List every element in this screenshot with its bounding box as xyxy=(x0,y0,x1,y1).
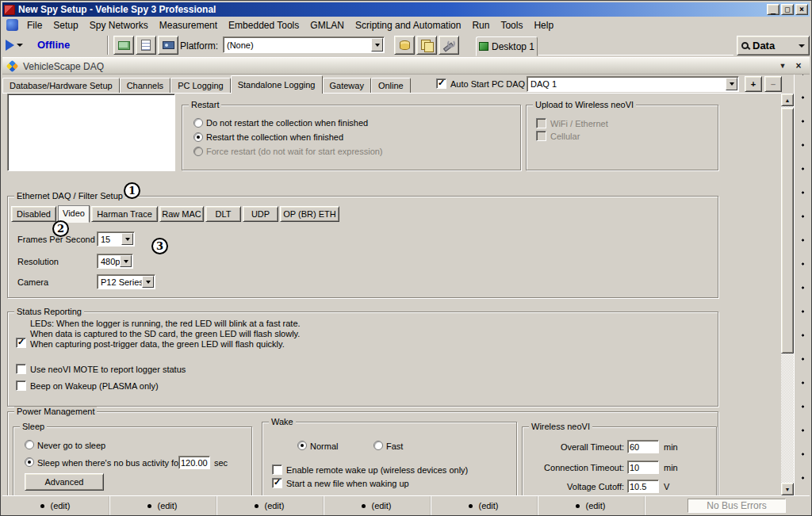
ethernet-tab-disabled[interactable]: Disabled xyxy=(11,206,56,222)
bus-slot-2[interactable]: (edit) xyxy=(109,496,216,515)
fps-select[interactable]: 15 xyxy=(97,231,135,247)
menu-run[interactable]: Run xyxy=(466,18,495,32)
logging-button[interactable] xyxy=(136,36,156,55)
tab-gateway[interactable]: Gateway xyxy=(323,78,371,93)
bus-slot-4[interactable]: (edit) xyxy=(324,496,431,515)
radio-no-restart[interactable] xyxy=(193,118,203,128)
title-bar[interactable]: New Spy Setup - Vehicle Spy 3 Profession… xyxy=(2,2,810,17)
maximize-button[interactable]: □ xyxy=(781,4,794,15)
tab-desktop-1[interactable]: Desktop 1 xyxy=(476,36,538,56)
vertical-scrollbar[interactable]: ▲ ▼ xyxy=(781,94,794,495)
status-reporting-group: Status Reporting LEDs: When the logger i… xyxy=(7,312,718,407)
resolution-dropdown-icon[interactable] xyxy=(120,255,132,267)
daq-dropdown-icon[interactable] xyxy=(726,78,737,90)
bus-slot-6[interactable]: (edit) xyxy=(538,496,645,515)
radio-sleep-no-bus[interactable] xyxy=(25,457,34,467)
platform-dropdown-icon[interactable] xyxy=(371,38,383,52)
camera-value: P12 Series xyxy=(101,277,144,287)
menu-app-icon[interactable] xyxy=(6,19,18,31)
overall-timeout-input[interactable] xyxy=(627,440,659,453)
menu-tools[interactable]: Tools xyxy=(495,18,528,32)
menu-help[interactable]: Help xyxy=(528,18,559,32)
upload-wireless-group: Upload to Wireless neoVI WiFi / Ethernet… xyxy=(526,105,718,170)
sleep-timeout-input[interactable] xyxy=(178,456,210,469)
collection-list[interactable] xyxy=(7,94,175,171)
tab-database-hardware-setup[interactable]: Database/Hardware Setup xyxy=(2,78,120,93)
restart-group: Restart Do not restart the collection wh… xyxy=(182,105,521,170)
edit-link[interactable]: (edit) xyxy=(50,501,70,510)
hardware-button[interactable] xyxy=(113,36,134,55)
go-online-button[interactable] xyxy=(6,36,33,55)
edit-link[interactable]: (edit) xyxy=(264,501,284,510)
menu-spy-networks[interactable]: Spy Networks xyxy=(84,18,154,32)
menu-setup[interactable]: Setup xyxy=(48,18,83,32)
panel-close-button[interactable]: × xyxy=(792,60,805,73)
menu-measurement[interactable]: Measurement xyxy=(154,18,223,32)
radio-restart-when-finished[interactable] xyxy=(193,132,203,142)
menu-scripting-automation[interactable]: Scripting and Automation xyxy=(350,18,466,32)
fps-dropdown-icon[interactable] xyxy=(121,233,133,245)
add-daq-button[interactable]: + xyxy=(745,76,762,92)
resolution-select[interactable]: 480p xyxy=(97,254,133,269)
camera-select[interactable]: P12 Series xyxy=(97,274,155,289)
remote-wakeup-label: Enable remote wake up (wireless devices … xyxy=(286,465,468,475)
radio-wake-normal[interactable] xyxy=(297,441,307,450)
sleep-timeout-unit: sec xyxy=(214,458,228,468)
led-status-checkbox[interactable] xyxy=(16,338,26,348)
ethernet-tab-dlt[interactable]: DLT xyxy=(205,206,241,222)
new-file-wakeup-label: Start a new file when waking up xyxy=(286,479,409,488)
annotation-circle-3: 3 xyxy=(151,238,168,254)
bus-slot-5[interactable]: (edit) xyxy=(431,496,538,515)
data-button[interactable]: Data xyxy=(737,36,810,55)
menu-embedded-tools[interactable]: Embedded Tools xyxy=(223,18,304,32)
connection-timeout-input[interactable] xyxy=(627,461,659,474)
close-button[interactable]: × xyxy=(795,4,808,15)
panel-menu-button[interactable]: ▼ xyxy=(776,60,789,73)
remote-wakeup-checkbox[interactable] xyxy=(272,464,282,475)
power-management-group: Power Management Sleep Never go to sleep… xyxy=(7,411,718,500)
platform-select[interactable]: (None) xyxy=(223,36,385,53)
neovi-mote-checkbox[interactable] xyxy=(16,364,26,374)
led-status-line2: When data is captured to the SD card, th… xyxy=(30,329,300,338)
camera-dropdown-icon[interactable] xyxy=(142,276,154,288)
database-button[interactable] xyxy=(394,36,415,55)
menu-gmlan[interactable]: GMLAN xyxy=(304,18,350,32)
tools-button[interactable] xyxy=(439,36,459,55)
data-dropdown-icon[interactable] xyxy=(799,44,805,48)
bus-slot-3[interactable]: (edit) xyxy=(216,496,324,515)
scroll-down-button[interactable]: ▼ xyxy=(781,483,794,495)
edit-link[interactable]: (edit) xyxy=(478,501,498,510)
beep-wakeup-checkbox[interactable] xyxy=(16,380,26,391)
scroll-up-button[interactable]: ▲ xyxy=(781,94,794,106)
ethernet-tab-op-br-eth[interactable]: OP (BR) ETH xyxy=(280,206,339,222)
application-window: New Spy Setup - Vehicle Spy 3 Profession… xyxy=(0,0,812,516)
tab-standalone-logging[interactable]: Standalone Logging xyxy=(231,75,323,94)
menu-file[interactable]: File xyxy=(21,18,48,32)
app-icon[interactable] xyxy=(4,5,15,15)
tab-channels[interactable]: Channels xyxy=(120,78,170,93)
radio-never-sleep[interactable] xyxy=(25,440,34,449)
scrollbar-thumb[interactable] xyxy=(781,108,794,354)
radio-wake-fast[interactable] xyxy=(373,441,383,450)
edit-link[interactable]: (edit) xyxy=(371,501,391,510)
capture-button[interactable] xyxy=(158,36,178,55)
tab-online[interactable]: Online xyxy=(371,78,411,93)
remove-daq-button[interactable]: – xyxy=(764,76,782,92)
copy-setup-button[interactable] xyxy=(416,36,437,55)
ethernet-tab-raw-mac[interactable]: Raw MAC xyxy=(159,206,204,222)
ethernet-tab-harman-trace[interactable]: Harman Trace xyxy=(91,206,158,222)
database-icon xyxy=(400,40,410,50)
daq-select[interactable]: DAQ 1 xyxy=(527,76,739,92)
dock-gripper-strip[interactable] xyxy=(794,75,811,495)
tab-pc-logging[interactable]: PC Logging xyxy=(170,78,231,93)
new-file-wakeup-checkbox[interactable] xyxy=(272,478,282,488)
auto-start-pc-daq-checkbox[interactable] xyxy=(436,78,446,89)
edit-link[interactable]: (edit) xyxy=(585,501,605,510)
voltage-cutoff-input[interactable] xyxy=(627,480,659,493)
advanced-button[interactable]: Advanced xyxy=(25,473,104,491)
edit-link[interactable]: (edit) xyxy=(157,501,177,510)
ethernet-tab-udp[interactable]: UDP xyxy=(243,206,278,222)
bus-slot-1[interactable]: (edit) xyxy=(2,496,109,515)
minimize-button[interactable]: _ xyxy=(767,4,779,15)
status-bar-right: No Bus Errors xyxy=(645,496,810,515)
